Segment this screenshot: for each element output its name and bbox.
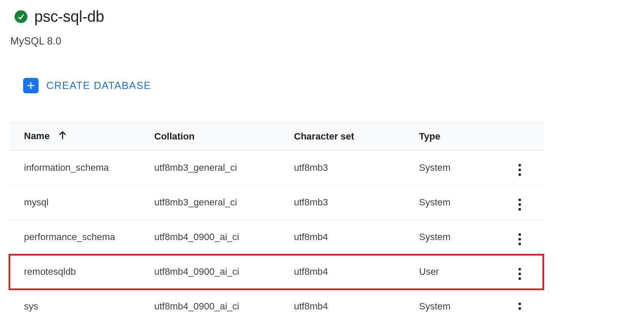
cell-collation: utf8mb4_0900_ai_ci xyxy=(154,289,294,312)
cell-charset: utf8mb4 xyxy=(294,289,419,312)
table-row: information_schemautf8mb3_general_ciutf8… xyxy=(9,151,543,185)
cell-name: sys xyxy=(9,289,154,312)
table-row: sysutf8mb4_0900_ai_ciutf8mb4System xyxy=(9,289,543,312)
cell-type: User xyxy=(419,255,509,289)
cell-actions xyxy=(509,185,543,220)
more-actions-icon[interactable] xyxy=(517,232,523,247)
table-header-row: Name Collation Character set Type xyxy=(9,123,543,151)
cell-charset: utf8mb4 xyxy=(294,220,419,255)
column-type-label: Type xyxy=(419,131,440,142)
sort-asc-icon xyxy=(58,131,67,143)
cell-name: remotesqldb xyxy=(9,255,154,289)
create-database-button[interactable]: CREATE DATABASE xyxy=(23,78,644,93)
cell-charset: utf8mb4 xyxy=(294,255,419,289)
cell-collation: utf8mb4_0900_ai_ci xyxy=(154,220,294,255)
cell-actions xyxy=(509,289,543,312)
column-charset[interactable]: Character set xyxy=(294,123,419,151)
instance-title: psc-sql-db xyxy=(34,8,104,26)
cell-actions xyxy=(509,151,543,185)
cell-charset: utf8mb3 xyxy=(294,151,419,185)
databases-table: Name Collation Character set Type xyxy=(9,122,543,312)
cell-collation: utf8mb4_0900_ai_ci xyxy=(154,255,294,289)
cell-charset: utf8mb3 xyxy=(294,185,419,220)
column-collation-label: Collation xyxy=(154,131,195,142)
db-version: MySQL 8.0 xyxy=(10,35,644,47)
status-success-icon xyxy=(15,10,27,23)
cell-collation: utf8mb3_general_ci xyxy=(154,185,294,220)
cell-actions xyxy=(509,220,543,255)
create-database-label: CREATE DATABASE xyxy=(46,80,151,92)
column-name[interactable]: Name xyxy=(9,123,154,151)
column-type[interactable]: Type xyxy=(419,123,509,151)
more-actions-icon[interactable] xyxy=(517,197,523,212)
cell-name: information_schema xyxy=(9,151,154,185)
instance-header: psc-sql-db xyxy=(15,8,644,26)
more-actions-icon[interactable] xyxy=(517,266,523,282)
cell-collation: utf8mb3_general_ci xyxy=(154,151,294,185)
cell-name: performance_schema xyxy=(9,220,154,255)
table-row: mysqlutf8mb3_general_ciutf8mb3System xyxy=(9,185,543,220)
cell-type: System xyxy=(419,220,509,255)
column-actions xyxy=(509,123,543,151)
cell-actions xyxy=(509,255,543,289)
cell-name: mysql xyxy=(9,185,154,220)
cell-type: System xyxy=(419,289,509,312)
table-row: remotesqldbutf8mb4_0900_ai_ciutf8mb4User xyxy=(9,255,543,289)
plus-icon xyxy=(23,78,39,93)
databases-table-wrap: Name Collation Character set Type xyxy=(9,122,543,312)
cell-type: System xyxy=(419,185,509,220)
more-actions-icon[interactable] xyxy=(517,162,523,178)
column-collation[interactable]: Collation xyxy=(154,123,294,151)
column-name-label: Name xyxy=(24,131,50,141)
more-actions-icon[interactable] xyxy=(517,301,523,312)
table-row: performance_schemautf8mb4_0900_ai_ciutf8… xyxy=(9,220,543,255)
cell-type: System xyxy=(419,151,509,185)
column-charset-label: Character set xyxy=(294,131,354,142)
